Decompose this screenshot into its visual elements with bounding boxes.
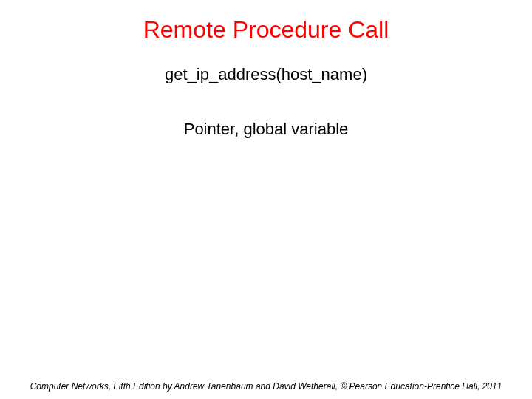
slide: Remote Procedure Call get_ip_address(hos… [0,0,532,399]
text-line: Pointer, global variable [0,120,532,139]
footer-citation: Computer Networks, Fifth Edition by Andr… [0,381,532,392]
code-line: get_ip_address(host_name) [0,65,532,84]
slide-title: Remote Procedure Call [0,16,532,44]
